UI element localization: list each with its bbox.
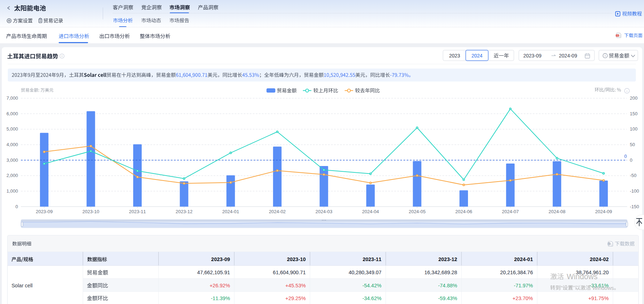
svg-text:+23.70%: +23.70% [513,295,533,301]
svg-text:2024-02: 2024-02 [590,256,609,262]
svg-text:+26.92%: +26.92% [210,283,230,288]
svg-text:6,000: 6,000 [6,111,18,116]
svg-text:5,000: 5,000 [6,126,18,132]
svg-text:-100: -100 [630,188,639,194]
svg-text:2024-01: 2024-01 [514,256,533,262]
svg-text:20,216,384.76: 20,216,384.76 [500,270,533,275]
svg-text:-74.88%: -74.88% [438,283,457,288]
svg-text:2,000: 2,000 [6,173,18,178]
svg-text:-34.62%: -34.62% [362,295,382,301]
svg-text:3,000: 3,000 [6,157,18,163]
svg-text:50: 50 [630,142,635,147]
svg-text:200: 200 [630,95,638,101]
svg-text:2024: 2024 [471,53,482,59]
svg-text:2024-08: 2024-08 [548,209,565,214]
svg-text:+91.75%: +91.75% [588,295,609,301]
svg-text:1,000: 1,000 [6,188,18,194]
svg-text:2024-05: 2024-05 [409,209,426,214]
svg-text:0: 0 [16,204,18,209]
svg-text:+29.25%: +29.25% [285,295,306,301]
svg-text:0: 0 [630,157,632,163]
svg-text:i: i [627,89,627,93]
svg-text:2023-10: 2023-10 [287,256,306,262]
svg-text:2023-11: 2023-11 [129,209,146,214]
svg-text:-71.97%: -71.97% [514,283,533,288]
svg-text:2023-09: 2023-09 [211,256,230,262]
svg-text:-59.43%: -59.43% [438,295,457,301]
svg-text:4,000: 4,000 [6,142,18,147]
svg-text:Windows: Windows [567,272,598,281]
svg-text:2023-10: 2023-10 [83,209,100,214]
svg-text:2023: 2023 [449,53,460,59]
svg-text:+45.53%: +45.53% [285,283,306,288]
svg-text:2024-04: 2024-04 [362,209,379,214]
svg-text:2023-12: 2023-12 [176,209,193,214]
svg-text:x: x [609,243,610,245]
svg-text:2023-09: 2023-09 [523,53,542,59]
svg-text:-150: -150 [630,204,639,209]
svg-text:16,342,689.28: 16,342,689.28 [424,270,457,275]
svg-text:Solar cell: Solar cell [11,283,33,288]
svg-text:61,604,900.71: 61,604,900.71 [273,270,306,275]
svg-text:47,662,105.91: 47,662,105.91 [197,270,230,275]
svg-text:2023-12: 2023-12 [438,256,457,262]
svg-text:2024-09: 2024-09 [559,53,577,59]
svg-text:-50: -50 [630,173,637,178]
svg-text:i: i [62,54,62,58]
svg-text:40,280,349.07: 40,280,349.07 [349,270,382,275]
svg-text:100: 100 [630,126,638,132]
svg-text:0: 0 [624,154,627,159]
svg-text:2024-03: 2024-03 [315,209,332,214]
svg-text:2024-09: 2024-09 [595,209,612,214]
svg-text:7,000: 7,000 [6,95,18,101]
svg-text:2024-01: 2024-01 [222,209,239,214]
svg-text:2024-02: 2024-02 [269,209,286,214]
svg-text:2023-11: 2023-11 [363,256,382,262]
svg-text:2024-07: 2024-07 [502,209,519,214]
svg-text:i: i [605,54,605,57]
svg-text:2023-09: 2023-09 [36,209,53,214]
svg-text:-11.39%: -11.39% [211,295,230,301]
svg-text:Windows: Windows [592,285,614,291]
svg-text:2024-06: 2024-06 [455,209,472,214]
svg-text:150: 150 [630,111,638,116]
svg-text:-54.42%: -54.42% [362,283,382,288]
